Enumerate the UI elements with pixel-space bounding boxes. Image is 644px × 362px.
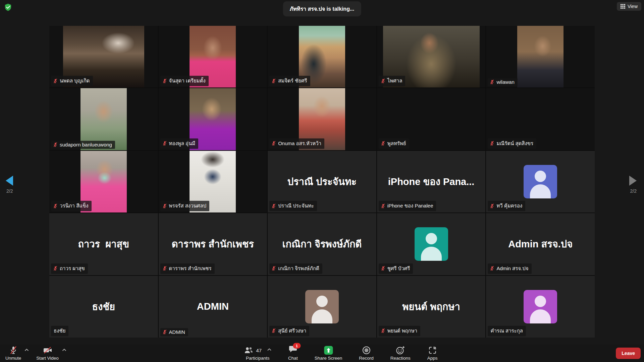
participant-name-label: ถาวร ผาสุข bbox=[51, 263, 88, 274]
participants-chevron[interactable] bbox=[267, 348, 271, 351]
participant-tile[interactable]: วรนิภา สีแข็ง bbox=[49, 151, 158, 213]
participant-name: ธงชัย bbox=[54, 327, 65, 335]
participant-name-label: มณีรัตน์ สุดสิงขร bbox=[488, 138, 536, 149]
muted-mic-icon bbox=[53, 142, 58, 147]
participant-name-label: จันสุดา เตรียมตั้ง bbox=[160, 76, 209, 86]
muted-mic-icon bbox=[381, 266, 385, 271]
muted-mic-icon bbox=[53, 203, 58, 208]
participant-tile[interactable]: Onuma อสร.หัวหว้า bbox=[268, 88, 376, 150]
apps-button[interactable]: Apps bbox=[427, 346, 438, 361]
participant-tile[interactable]: sudaporn banlueuwong bbox=[49, 88, 158, 150]
participant-name: ปราณี ประจันทะ bbox=[278, 202, 314, 210]
participant-tile[interactable]: wilawan bbox=[486, 26, 595, 87]
participant-tile[interactable]: ปราณี ประจันทะ ปราณี ประจันทะ bbox=[268, 151, 376, 213]
muted-mic-icon bbox=[162, 203, 167, 208]
muted-mic-icon bbox=[162, 266, 167, 271]
muted-mic-icon bbox=[271, 266, 276, 271]
participant-tile[interactable]: ชูศรี บัวศรี bbox=[377, 213, 486, 275]
participant-name-label: ทวี คุ้มครอง bbox=[488, 201, 525, 211]
participant-tile[interactable]: จันสุดา เตรียมตั้ง bbox=[159, 26, 267, 87]
muted-mic-icon bbox=[162, 141, 167, 146]
participant-name-label: ADMIN bbox=[160, 328, 188, 336]
muted-mic-icon bbox=[162, 78, 167, 83]
grid-view-icon bbox=[621, 4, 625, 9]
participant-name-label: ทองพูล อุ่นมี bbox=[160, 138, 199, 149]
start-video-button[interactable]: Start Video bbox=[36, 346, 59, 361]
participant-tile[interactable]: สุนีย์ ศรีวงษา bbox=[268, 276, 376, 338]
participant-tile[interactable]: เกณิกา จิรพงษ์ภักดี เกณิกา จิรพงษ์ภักดี bbox=[268, 213, 376, 275]
participant-name-label: ธงชัย bbox=[51, 326, 68, 336]
muted-mic-icon bbox=[162, 329, 167, 335]
participant-name: สมจิตร์ ชัยศรี bbox=[278, 77, 307, 85]
participant-tile[interactable]: พูลทรัพย์ bbox=[377, 88, 486, 150]
participant-name: นพดล บุญเกิด bbox=[60, 77, 90, 85]
meeting-toolbar: Unmute Start Video bbox=[0, 345, 644, 362]
participant-name-label: ปราณี ประจันทะ bbox=[269, 201, 317, 211]
reactions-icon bbox=[396, 346, 405, 355]
participant-video bbox=[517, 26, 564, 87]
participants-button[interactable]: 47 Participants bbox=[244, 346, 271, 361]
page-indicator-right: 2/2 bbox=[630, 188, 637, 194]
muted-mic-icon bbox=[381, 141, 385, 146]
participant-name-label: Admin สรจ.ปจ bbox=[488, 263, 531, 274]
participant-tile[interactable]: พรจรัส สงวนศลป bbox=[159, 151, 267, 213]
participant-tile[interactable]: มณีรัตน์ สุดสิงขร bbox=[486, 88, 595, 150]
participant-grid: นพดล บุญเกิด จันสุดา เตรียมตั้ง bbox=[49, 26, 595, 338]
participant-name: มณีรัตน์ สุดสิงขร bbox=[496, 139, 533, 147]
participant-tile[interactable]: ถาวร ผาสุข ถาวร ผาสุข bbox=[49, 213, 158, 275]
previous-page-arrow[interactable] bbox=[6, 176, 13, 186]
participant-tile[interactable]: สมจิตร์ ชัยศรี bbox=[268, 26, 376, 87]
leave-button[interactable]: Leave bbox=[616, 348, 641, 359]
record-button[interactable]: Record bbox=[359, 346, 374, 361]
participant-tile[interactable]: นพดล บุญเกิด bbox=[49, 26, 158, 87]
participant-name-label: Onuma อสร.หัวหว้า bbox=[269, 138, 324, 149]
participant-name-label: วรนิภา สีแข็ง bbox=[51, 201, 92, 211]
unmute-button[interactable]: Unmute bbox=[5, 346, 21, 361]
participant-name: Admin สรจ.ปจ bbox=[496, 264, 528, 273]
participant-tile[interactable]: ไพศาล bbox=[377, 26, 486, 87]
muted-mic-icon bbox=[490, 79, 494, 84]
participant-name-label: sudaporn banlueuwong bbox=[51, 141, 115, 149]
participant-tile[interactable]: ทวี คุ้มครอง bbox=[486, 151, 595, 213]
participant-tile[interactable]: พยนต์ พฤกษา พยนต์ พฤกษา bbox=[377, 276, 486, 338]
reactions-button[interactable]: Reactions bbox=[390, 346, 411, 361]
muted-mic-icon bbox=[53, 266, 58, 271]
avatar bbox=[305, 290, 339, 323]
participant-name: พยนต์ พฤกษา bbox=[387, 327, 417, 335]
muted-mic-icon bbox=[53, 78, 58, 83]
participant-tile[interactable]: ADMIN ADMIN bbox=[159, 276, 267, 338]
participant-tile[interactable]: ดาราพร สำนักเพชร ดาราพร สำนักเพชร bbox=[159, 213, 267, 275]
participant-name: iPhone ของ Panalee bbox=[387, 202, 433, 210]
participant-name: Onuma อสร.หัวหว้า bbox=[278, 139, 321, 147]
participant-tile[interactable]: ธงชัย ธงชัย bbox=[49, 276, 158, 338]
chat-label: Chat bbox=[288, 356, 298, 361]
participant-tile[interactable]: iPhone ของ Pana... iPhone ของ Panalee bbox=[377, 151, 486, 213]
participant-name-label: สุนีย์ ศรีวงษา bbox=[269, 326, 309, 336]
chat-button[interactable]: 1 Chat bbox=[288, 345, 298, 361]
avatar bbox=[415, 227, 448, 261]
reactions-label: Reactions bbox=[390, 356, 411, 361]
muted-mic-icon bbox=[271, 203, 276, 208]
participants-label: Participants bbox=[246, 356, 270, 361]
share-screen-button[interactable]: Share Screen bbox=[315, 346, 342, 361]
participant-name: พรจรัส สงวนศลป bbox=[169, 202, 207, 210]
participant-name-label: ดาราพร สำนักเพชร bbox=[160, 263, 215, 274]
video-options-chevron[interactable] bbox=[62, 349, 66, 351]
participant-name: wilawan bbox=[496, 79, 514, 85]
participant-name-label: คำรณ สาระกุล bbox=[488, 326, 526, 336]
audio-options-chevron[interactable] bbox=[24, 349, 29, 351]
participant-count: 47 bbox=[256, 348, 262, 353]
avatar bbox=[524, 165, 557, 198]
apps-label: Apps bbox=[427, 356, 438, 361]
participant-tile[interactable]: ทองพูล อุ่นมี bbox=[159, 88, 267, 150]
participant-name: คำรณ สาระกุล bbox=[490, 327, 523, 335]
participant-name-label: สมจิตร์ ชัยศรี bbox=[269, 76, 310, 86]
participant-tile[interactable]: Admin สรจ.ปจ Admin สรจ.ปจ bbox=[486, 213, 595, 275]
participant-name-label: wilawan bbox=[488, 78, 517, 86]
view-button[interactable]: View bbox=[617, 2, 641, 11]
participant-name: ถาวร ผาสุข bbox=[60, 264, 85, 273]
next-page-arrow[interactable] bbox=[629, 176, 637, 186]
security-shield-icon[interactable] bbox=[4, 3, 12, 11]
muted-mic-icon bbox=[381, 328, 385, 333]
participant-tile[interactable]: คำรณ สาระกุล bbox=[486, 276, 595, 338]
